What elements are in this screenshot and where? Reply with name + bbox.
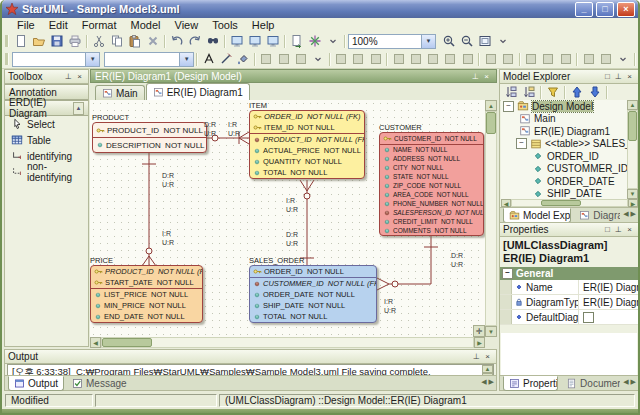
find-button[interactable] bbox=[204, 33, 222, 49]
pan-button[interactable]: ✛ bbox=[473, 325, 485, 337]
tree-item-custommer-id[interactable]: CUSTOMMER_ID bbox=[501, 163, 627, 176]
zoom-fit-button[interactable] bbox=[476, 33, 494, 49]
property-row-name[interactable]: NameER(IE) Diagram1 bbox=[500, 280, 638, 295]
menu-item-edit[interactable]: Edit bbox=[42, 19, 75, 31]
line-style-button[interactable] bbox=[217, 51, 234, 67]
close-icon[interactable]: × bbox=[481, 71, 492, 82]
scroll-up-icon[interactable]: ▲ bbox=[485, 100, 497, 111]
align-top-button[interactable] bbox=[442, 51, 459, 67]
toolbox-item-non-identifying[interactable]: non-identifying bbox=[5, 164, 88, 180]
menu-item-model[interactable]: Model bbox=[124, 19, 168, 31]
align-right-button[interactable] bbox=[425, 51, 442, 67]
maximize-button[interactable]: □ bbox=[596, 2, 614, 17]
cut-button[interactable] bbox=[90, 33, 108, 49]
copy-button[interactable] bbox=[108, 33, 126, 49]
save-button[interactable] bbox=[48, 33, 66, 49]
overflow-button[interactable] bbox=[494, 33, 512, 49]
fill-style-button[interactable] bbox=[292, 51, 309, 67]
scroll-left-icon[interactable]: ◀ bbox=[90, 337, 101, 348]
zoom-combobox[interactable]: 100%▼ bbox=[348, 34, 436, 49]
property-value[interactable] bbox=[579, 310, 638, 324]
shape-options-button[interactable] bbox=[275, 51, 292, 67]
tab-output[interactable]: Output bbox=[8, 376, 64, 391]
tree-item-ship-date[interactable]: SHIP_DATE bbox=[501, 188, 627, 200]
toolbar-grip[interactable] bbox=[5, 53, 9, 65]
scroll-left-icon[interactable]: ◀ bbox=[501, 199, 511, 207]
group-items-button[interactable] bbox=[557, 51, 574, 67]
overflow-button[interactable] bbox=[615, 51, 632, 67]
open-button[interactable] bbox=[30, 33, 48, 49]
close-button[interactable]: × bbox=[617, 2, 635, 17]
pin-icon[interactable]: ⊥ bbox=[470, 71, 481, 82]
tab-documentat[interactable]: Documentat bbox=[560, 376, 621, 391]
tree-item-order-id[interactable]: ORDER_ID bbox=[501, 150, 627, 163]
collapse-icon[interactable]: − bbox=[502, 268, 513, 279]
expander-icon[interactable]: − bbox=[516, 138, 527, 149]
entity-customer[interactable]: CUSTOMERCUSTOMER_ID NOT NULLNAME NOT NUL… bbox=[379, 123, 484, 236]
redo-button[interactable] bbox=[186, 33, 204, 49]
default-diagram-checkbox[interactable] bbox=[583, 312, 594, 323]
close-icon[interactable]: × bbox=[624, 224, 635, 235]
overflow-button[interactable] bbox=[324, 33, 342, 49]
toolbar-grip[interactable] bbox=[5, 35, 9, 47]
tree-item-design-model[interactable]: −Design Model bbox=[501, 100, 627, 113]
funnel-button[interactable] bbox=[544, 84, 562, 100]
select-frame-button[interactable] bbox=[258, 51, 275, 67]
delete-button[interactable] bbox=[144, 33, 162, 49]
tab-er-ie-diagram1[interactable]: ER(IE) Diagram1 bbox=[146, 83, 250, 100]
scroll-thumb[interactable] bbox=[541, 200, 581, 206]
grid-snap-button[interactable] bbox=[580, 51, 597, 67]
tab-model-explorer[interactable]: Model Explorer bbox=[503, 208, 571, 223]
align-bottom-button[interactable] bbox=[459, 51, 476, 67]
entity-sales_order[interactable]: SALES_ORDERORDER_ID NOT NULLCUSTOMMER_ID… bbox=[249, 256, 377, 323]
undo-button[interactable] bbox=[168, 33, 186, 49]
pin-icon[interactable]: ⊥ bbox=[613, 224, 624, 235]
close-icon[interactable]: × bbox=[482, 351, 493, 362]
entity-product[interactable]: PRODUCTPRODUCT_ID NOT NULLDESCRIPTION NO… bbox=[92, 113, 207, 153]
scroll-up-icon[interactable]: ▲ bbox=[627, 100, 638, 110]
suppress-operations-button[interactable] bbox=[350, 51, 367, 67]
pin-icon[interactable]: ⊥ bbox=[613, 71, 624, 82]
properties-section-general[interactable]: − General bbox=[500, 267, 638, 280]
align-center-button[interactable] bbox=[407, 51, 424, 67]
scroll-right-icon[interactable]: ▶ bbox=[474, 337, 485, 348]
restore-icon[interactable]: □ bbox=[602, 71, 613, 82]
property-value[interactable]: ER(IE) Diagram1 bbox=[579, 280, 638, 294]
minimize-button[interactable]: _ bbox=[575, 2, 593, 17]
align-left-button[interactable] bbox=[390, 51, 407, 67]
zoom-in-button[interactable] bbox=[440, 33, 458, 49]
monitor-button[interactable] bbox=[228, 33, 246, 49]
close-icon[interactable]: × bbox=[74, 71, 85, 82]
pin-icon[interactable]: ⊥ bbox=[471, 351, 482, 362]
tree-item-main[interactable]: Main bbox=[501, 113, 627, 126]
tab-message[interactable]: Message bbox=[66, 376, 133, 391]
chevron-down-icon[interactable]: ▼ bbox=[421, 35, 435, 48]
toolbox-item-table[interactable]: Table bbox=[5, 132, 88, 148]
arrow-down-button[interactable] bbox=[586, 84, 604, 100]
toolbox-item-select[interactable]: Select bbox=[5, 116, 88, 132]
font-color-button[interactable] bbox=[200, 51, 217, 67]
overflow-button[interactable] bbox=[309, 51, 326, 67]
tab-properties[interactable]: Properties bbox=[503, 376, 558, 391]
chevron-down-icon[interactable]: ▼ bbox=[179, 53, 193, 66]
scroll-thumb[interactable] bbox=[486, 112, 496, 134]
scroll-up-icon[interactable]: ▲ bbox=[482, 365, 493, 373]
chevron-down-icon[interactable]: ▼ bbox=[85, 53, 99, 66]
scroll-right-icon[interactable]: ▶ bbox=[631, 210, 636, 218]
property-row-defaultdiag[interactable]: DefaultDiag bbox=[500, 310, 638, 325]
monitor-button[interactable] bbox=[246, 33, 264, 49]
diagram-canvas[interactable]: PRODUCTPRODUCT_ID NOT NULLDESCRIPTION NO… bbox=[90, 100, 485, 337]
layout-org-button[interactable] bbox=[499, 51, 516, 67]
menu-item-help[interactable]: Help bbox=[245, 19, 282, 31]
scroll-thumb[interactable] bbox=[628, 111, 637, 141]
suppress-attributes-button[interactable] bbox=[333, 51, 350, 67]
new-button[interactable] bbox=[12, 33, 30, 49]
zoom-out-button[interactable] bbox=[458, 33, 476, 49]
font-combobox[interactable]: ▼ bbox=[12, 52, 100, 67]
scroll-right-icon[interactable]: ▶ bbox=[631, 378, 636, 386]
paste-button[interactable] bbox=[126, 33, 144, 49]
menu-item-tools[interactable]: Tools bbox=[205, 19, 245, 31]
property-value[interactable]: ER(IE) Diagram bbox=[579, 295, 638, 309]
tab-diagram[interactable]: Diagram bbox=[573, 208, 621, 223]
tree-item--table-sales-order[interactable]: −<<table>> SALES_ORDER bbox=[501, 138, 627, 151]
